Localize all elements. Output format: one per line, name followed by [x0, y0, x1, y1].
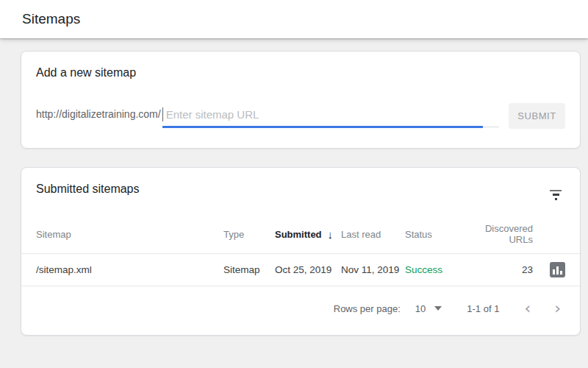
text-cursor: [162, 107, 163, 121]
column-header-submitted-label: Submitted: [275, 229, 322, 240]
rows-per-page-label: Rows per page:: [334, 303, 401, 314]
input-focus-underline: [162, 126, 483, 128]
table-row[interactable]: /sitemap.xml Sitemap Oct 25, 2019 Nov 11…: [21, 253, 580, 286]
page-title: Sitemaps: [22, 11, 80, 27]
column-header-discovered-urls[interactable]: Discovered URLs: [475, 223, 537, 245]
filter-icon-bar: [555, 198, 557, 200]
next-page-icon[interactable]: ›: [551, 300, 564, 316]
column-header-type[interactable]: Type: [223, 229, 275, 240]
bar-chart-icon-bar: [560, 271, 562, 275]
submitted-sitemaps-heading: Submitted sitemaps: [36, 183, 140, 196]
sort-descending-icon: ↓: [328, 228, 334, 241]
cell-last-read-date: Nov 11, 2019: [341, 264, 405, 275]
cell-sitemap-path: /sitemap.xml: [36, 264, 223, 275]
filter-icon-bar: [550, 190, 562, 191]
dropdown-arrow-icon: [434, 306, 442, 311]
cell-type: Sitemap: [223, 264, 275, 275]
main-content: Add a new sitemap http://digitalizetrain…: [0, 51, 588, 336]
column-header-submitted[interactable]: Submitted ↓: [275, 228, 341, 241]
cell-discovered-urls-count: 23: [475, 264, 537, 275]
add-sitemap-heading: Add a new sitemap: [36, 66, 565, 79]
bar-chart-icon[interactable]: [550, 262, 565, 277]
submit-button[interactable]: SUBMIT: [509, 103, 565, 129]
submitted-sitemaps-header: Submitted sitemaps: [21, 183, 580, 205]
top-header: Sitemaps: [0, 0, 588, 38]
sitemap-url-input-underline: [162, 105, 499, 127]
cell-submitted-date: Oct 25, 2019: [275, 264, 341, 275]
table-pagination: Rows per page: 10 1-1 of 1 ‹ ›: [21, 286, 580, 330]
sitemaps-table: Sitemap Type Submitted ↓ Last read Statu…: [21, 215, 580, 330]
filter-icon-bar: [553, 194, 559, 196]
status-badge: Success: [405, 264, 475, 275]
table-header-row: Sitemap Type Submitted ↓ Last read Statu…: [21, 215, 580, 253]
pagination-range-label: 1-1 of 1: [467, 303, 499, 314]
column-header-last-read[interactable]: Last read: [341, 229, 405, 240]
submitted-sitemaps-card: Submitted sitemaps Sitemap Type Submitte…: [21, 167, 581, 336]
column-header-sitemap[interactable]: Sitemap: [36, 229, 223, 240]
filter-icon[interactable]: [546, 185, 565, 205]
sitemap-url-input[interactable]: [162, 105, 499, 127]
column-header-status[interactable]: Status: [405, 229, 475, 240]
rows-per-page-select[interactable]: 10: [415, 303, 442, 314]
previous-page-icon[interactable]: ‹: [521, 300, 534, 316]
add-sitemap-form: http://digitalizetraining.com/ SUBMIT: [36, 103, 565, 129]
bar-chart-icon-bar: [553, 269, 555, 275]
rows-per-page-value: 10: [415, 303, 426, 314]
site-url-prefix: http://digitalizetraining.com/: [36, 108, 161, 124]
bar-chart-icon-bar: [556, 266, 559, 275]
add-sitemap-card: Add a new sitemap http://digitalizetrain…: [21, 51, 581, 149]
